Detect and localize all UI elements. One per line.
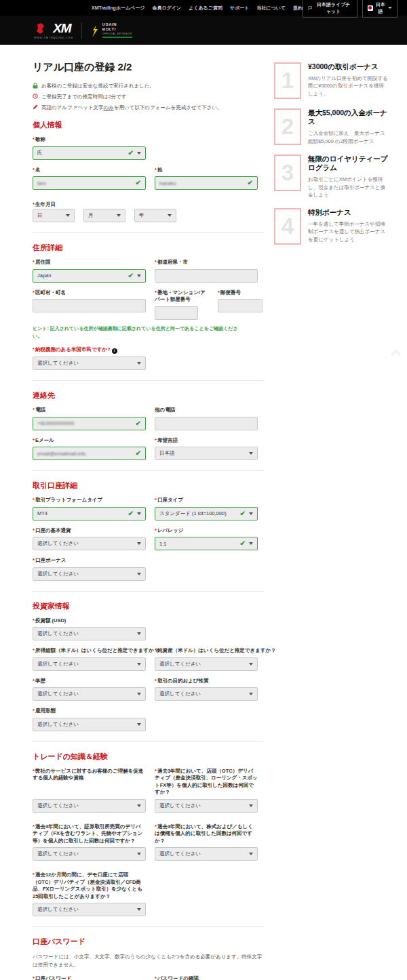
postcode-label: *郵便番号 <box>218 289 263 297</box>
password-label: *口座パスワード <box>33 975 146 980</box>
chevron-down-icon <box>137 908 141 911</box>
bonus-desc: XMのリアル口座を初めて開設する際に¥3000の取引ボーナスを獲得しよう。 <box>308 75 388 98</box>
nav-home[interactable]: XMTradingホームページ <box>92 5 144 12</box>
bonus-step-number: 4 <box>274 208 301 245</box>
phone-label: *電話 <box>33 407 146 414</box>
platform-select[interactable]: MT4 ✔ <box>33 507 146 520</box>
valid-check-icon: ✔ <box>136 450 141 457</box>
income-select[interactable]: 選択してください <box>33 657 146 671</box>
country-select[interactable]: Japan ✔ <box>33 269 146 283</box>
dob-year-select[interactable]: 年 <box>134 209 176 222</box>
dob-month-select[interactable]: 月 <box>83 209 125 222</box>
nav-member-login[interactable]: 会員ログイン <box>152 5 181 12</box>
registration-form: リアル口座の登録 2/2 お客様のご登録は安全な接続で実行されました。 ご登録完… <box>33 61 265 980</box>
net-worth-label: *純資産（米ドル）はいくら位だと推定できますか？ <box>155 647 258 655</box>
us-citizen-select[interactable]: 選択してください <box>33 356 146 370</box>
sponsor-tag: OFFICIAL SPONSOR <box>102 33 132 38</box>
leverage-label: *レバレッジ <box>155 527 258 535</box>
nav-support[interactable]: サポート <box>230 5 250 12</box>
section-divider <box>33 380 265 381</box>
trading-purpose-label: *取引の目的および性質 <box>155 678 258 685</box>
other-phone-label: 他の電話 <box>155 407 258 414</box>
section-title-password: 口座パスワード <box>33 937 265 947</box>
bonus-title: 無限のロイヤリティープログラム <box>308 155 388 172</box>
knowledge-q4-select[interactable]: 選択してください <box>155 847 258 861</box>
section-title-investor: 投資家情報 <box>33 601 265 611</box>
bonus-title: ¥3000の取引ボーナス <box>308 62 388 71</box>
knowledge-q5-select[interactable]: 選択してください <box>33 903 146 916</box>
preferred-language-select[interactable]: 日本語 <box>155 447 258 460</box>
valid-check-icon: ✔ <box>128 272 134 279</box>
last-name-input[interactable]: hanako ✔ <box>155 176 258 190</box>
valid-check-icon: ✔ <box>128 150 134 157</box>
account-bonus-select[interactable]: 選択してください <box>33 567 146 581</box>
nav-faq[interactable]: よくあるご質問 <box>189 5 222 12</box>
education-select[interactable]: 選択してください <box>33 687 146 701</box>
town-input[interactable] <box>33 299 146 312</box>
state-input[interactable] <box>155 269 258 283</box>
chevron-down-icon <box>388 7 392 9</box>
base-currency-select[interactable]: 選択してください <box>33 537 146 550</box>
chevron-up-icon[interactable] <box>391 350 400 356</box>
lock-icon <box>33 83 38 89</box>
knowledge-q3-select[interactable]: 選択してください <box>33 847 146 861</box>
education-label: *学歴 <box>33 678 146 685</box>
chat-icon <box>308 5 312 11</box>
postcode-input[interactable] <box>218 299 263 312</box>
language-label: 日本語 <box>376 1 385 15</box>
leverage-select[interactable]: 1:1 ✔ <box>155 537 258 550</box>
knowledge-q5-label: *過去12か月間の間に、デモ口座にて店頭（OTC）デリバティブ（差金決済取引／C… <box>33 872 146 900</box>
japan-flag-icon <box>368 5 373 11</box>
bonus-desc: ご入金金額に加え、最大ボーナス総額$5,000 の2段階ボーナス <box>308 129 388 145</box>
chevron-down-icon <box>249 512 253 515</box>
bonus-step-number: 3 <box>274 155 301 191</box>
language-selector[interactable]: 日本語 <box>362 0 398 18</box>
email-label: *Eメール <box>33 437 146 445</box>
preferred-language-label: *希望言語 <box>155 437 258 445</box>
chevron-down-icon <box>137 693 141 695</box>
dob-label: *生年月日 <box>33 201 56 207</box>
password-confirm-label: *パスワードの確認 <box>155 975 258 980</box>
knowledge-q2-label: *過去3年間において、店頭（OTC）デリバティブ（差金決済取引、ローリング・スポ… <box>155 768 258 796</box>
income-label: *所得総額（米ドル）はいくら位だと推定できますか？ <box>33 647 146 655</box>
knowledge-q1-label: *弊社のサービスに対するお客様のご理解を促進する個人的経験や資格 <box>33 768 146 796</box>
honorific-select[interactable]: 氏 ✔ <box>33 146 146 160</box>
net-worth-select[interactable]: 選択してください <box>155 657 258 671</box>
investment-select[interactable]: 選択してください <box>33 627 146 640</box>
section-contact: 連絡先 *電話 +819000000000 ✔ 他の電話 *Eメール <box>33 390 265 460</box>
first-name-input[interactable]: taro ✔ <box>33 176 146 190</box>
bonus-desc: 一年を通して季節ボーナスや招待制ボーナスを通して独占ボーナスを更にゲットしよう <box>308 220 388 243</box>
account-type-label: *口座タイプ <box>155 497 258 504</box>
bonus-item-4: 4 特別ボーナス 一年を通して季節ボーナスや招待制ボーナスを通して独占ボーナスを… <box>274 208 388 245</box>
valid-check-icon: ✔ <box>240 540 246 547</box>
section-divider <box>33 470 265 471</box>
nav-terms[interactable]: 規約 <box>293 5 303 12</box>
notice-latin-only: 英語のアルファベット文字のみを用いて以下のフォームを完成させて下さい。 <box>33 104 265 111</box>
email-input[interactable]: email@emailmail.info ✔ <box>33 447 146 460</box>
livechat-label: 日本語ライブチャット <box>315 1 352 15</box>
info-icon: i <box>112 348 117 354</box>
other-phone-input[interactable] <box>155 417 258 430</box>
chevron-down-icon <box>137 573 141 575</box>
nav-about[interactable]: 当社について <box>256 5 286 12</box>
xm-logo[interactable]: XM WWW.XMTRADING.COM <box>34 21 73 39</box>
account-type-select[interactable]: スタンダード (1 lot=100,000) ✔ <box>155 507 258 520</box>
street-input[interactable] <box>155 306 198 320</box>
sponsor-name-2: BOLT/ <box>102 27 132 32</box>
chevron-down-icon <box>117 214 121 217</box>
section-divider <box>33 232 265 233</box>
knowledge-q1-select[interactable]: 選択してください <box>33 799 146 813</box>
employment-select[interactable]: 選択してください <box>33 718 146 731</box>
knowledge-q2-select[interactable]: 選択してください <box>155 799 258 813</box>
livechat-button[interactable]: 日本語ライブチャット <box>303 0 357 18</box>
state-label: *都道府県・市 <box>155 259 258 266</box>
dob-day-select[interactable]: 日 <box>33 209 75 222</box>
notice-latin-text: 英語のアルファベット文字のみを用いて以下のフォームを完成させて下さい。 <box>41 104 222 111</box>
xm-logo-text: XM <box>53 21 71 36</box>
notice-secure: お客様のご登録は安全な接続で実行されました。 <box>33 83 265 89</box>
section-title-address: 住所詳細 <box>33 243 265 253</box>
address-hint: ヒント: 記入されている住所が確認書類に記載されている住所と同一であることをご確… <box>33 325 244 340</box>
phone-input[interactable]: +819000000000 ✔ <box>33 417 146 430</box>
trading-purpose-select[interactable]: 選択してください <box>155 687 258 701</box>
chevron-down-icon <box>249 542 253 545</box>
